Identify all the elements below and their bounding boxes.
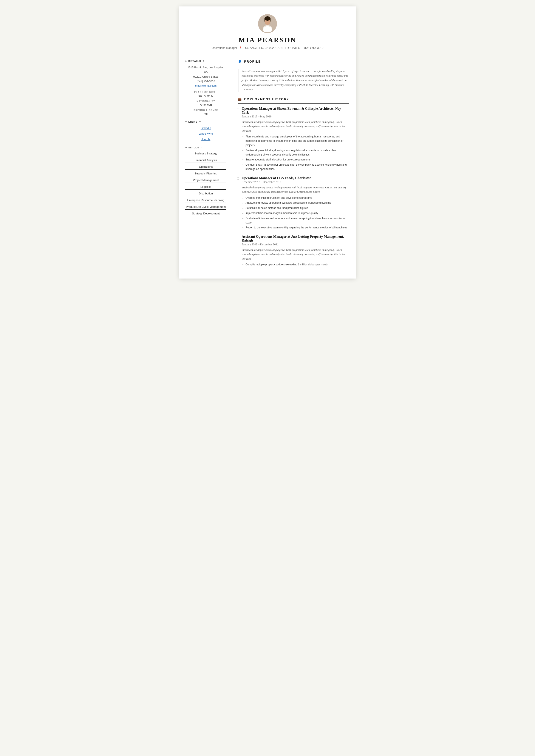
list-item: Compile multiple property budgets exceed… bbox=[245, 263, 349, 267]
job-summary: Introduced the Appreciation Languages at… bbox=[242, 248, 349, 261]
body: DETAILS 1515 Pacific Ave, Los Angeles, C… bbox=[179, 54, 356, 279]
skill-item: Strategy Development bbox=[185, 212, 226, 216]
nationality-label: NATIONALITY bbox=[185, 100, 226, 102]
job-bullets: Oversee franchise recruitment and develo… bbox=[242, 196, 349, 230]
job-bullets: Compile multiple property budgets exceed… bbox=[242, 263, 349, 267]
driving-license-label: DRIVING LICENSE bbox=[185, 109, 226, 111]
skill-item: Project Management bbox=[185, 178, 226, 183]
skill-item: Distribution bbox=[185, 192, 226, 196]
skill-item: Enterprise Resource Planning bbox=[185, 199, 226, 203]
skill-item: Logistics bbox=[185, 185, 226, 190]
employment-section-title: 💼 EMPLOYMENT HISTORY bbox=[238, 97, 349, 101]
address-line1: 1515 Pacific Ave, Los Angeles, CA bbox=[185, 66, 226, 75]
skill-item: Business Strategy bbox=[185, 152, 226, 156]
skills-dot-left bbox=[185, 147, 186, 148]
links-list: Linkedin Who's Who Joomla bbox=[185, 126, 226, 141]
employment-section: 💼 EMPLOYMENT HISTORY Operations Manager … bbox=[238, 97, 349, 267]
employment-icon: 💼 bbox=[238, 97, 242, 101]
nationality: American bbox=[185, 103, 226, 106]
skill-bar bbox=[185, 183, 226, 183]
job-dates: January 2009 – December 2011 bbox=[242, 243, 349, 246]
skills-section: SKILLS Business Strategy Financial Analy… bbox=[185, 146, 226, 216]
job-dates: December 2012 – December 2016 bbox=[242, 181, 349, 184]
job-summary: Established temporary service level agre… bbox=[242, 185, 349, 194]
skill-bar bbox=[185, 216, 226, 216]
job-title: Assistant Operations Manager at Just Let… bbox=[242, 235, 349, 242]
skill-bar bbox=[185, 169, 226, 170]
skill-item: Operations bbox=[185, 165, 226, 170]
job-title: Operations Manager at Sheen, Bowman & Gi… bbox=[242, 107, 349, 115]
job-bullets: Plan, coordinate and manage employees of… bbox=[242, 135, 349, 171]
list-item: Oversee franchise recruitment and develo… bbox=[245, 196, 349, 200]
details-dot-left bbox=[185, 61, 186, 62]
avatar-image bbox=[259, 15, 276, 32]
skill-bar bbox=[185, 163, 226, 163]
sidebar: DETAILS 1515 Pacific Ave, Los Angeles, C… bbox=[179, 54, 231, 279]
joomla-link[interactable]: Joomla bbox=[201, 138, 211, 141]
contact-info: 1515 Pacific Ave, Los Angeles, CA 90291,… bbox=[185, 66, 226, 88]
linkedin-link[interactable]: Linkedin bbox=[201, 126, 211, 130]
whos-who-link[interactable]: Who's Who bbox=[199, 132, 213, 135]
person-name: MIA PEARSON bbox=[188, 36, 347, 44]
resume-card: MIA PEARSON Operations Manager 📍 LOS ANG… bbox=[179, 7, 356, 279]
skill-item: Financial Analysis bbox=[185, 158, 226, 163]
job-item: Operations Manager at LGS Foods, Charles… bbox=[238, 176, 349, 230]
skill-bar bbox=[185, 189, 226, 190]
profile-text: Innovative operations manager with 12 ye… bbox=[238, 69, 349, 92]
job-dot bbox=[237, 108, 239, 110]
skill-bar bbox=[185, 156, 226, 156]
place-of-birth-label: PLACE OF BIRTH bbox=[185, 91, 226, 93]
header-divider: | bbox=[302, 46, 302, 49]
list-item: Joomla bbox=[185, 137, 226, 141]
list-item: Ensure adequate staff allocation for pro… bbox=[245, 158, 349, 162]
skill-bar bbox=[185, 176, 226, 176]
svg-rect-3 bbox=[265, 18, 265, 21]
profile-section-title: 👤 PROFILE bbox=[238, 60, 349, 63]
job-dates: January 2017 – May 2019 bbox=[242, 115, 349, 118]
list-item: Review all project drafts, drawings, and… bbox=[245, 148, 349, 157]
links-title: LINKS bbox=[185, 121, 226, 123]
skills-dot-right bbox=[201, 147, 202, 148]
location-icon: 📍 bbox=[239, 46, 242, 49]
location: LOS ANGELES, CA 90291, UNITED STATES bbox=[243, 46, 300, 49]
svg-rect-4 bbox=[270, 18, 270, 21]
header: MIA PEARSON Operations Manager 📍 LOS ANG… bbox=[179, 7, 356, 54]
links-section: LINKS Linkedin Who's Who Joomla bbox=[185, 121, 226, 141]
job-dot bbox=[237, 177, 239, 179]
avatar-container bbox=[188, 14, 347, 33]
list-item: Analyze and review operational workflow … bbox=[245, 201, 349, 205]
svg-point-2 bbox=[265, 16, 270, 21]
skill-bar bbox=[185, 209, 226, 210]
job-title: Operations Manager bbox=[211, 46, 237, 49]
list-item: Conduct SWOT analysis per project and fo… bbox=[245, 163, 349, 172]
profile-divider bbox=[238, 66, 349, 66]
job-dot bbox=[237, 236, 239, 238]
list-item: Who's Who bbox=[185, 132, 226, 136]
list-item: Evaluate efficiencies and introduce auto… bbox=[245, 216, 349, 225]
list-item: Linkedin bbox=[185, 126, 226, 130]
list-item: Scrutinize all sales metrics and food pr… bbox=[245, 206, 349, 210]
email-link[interactable]: email@email.com bbox=[195, 84, 217, 87]
driving-license: Full bbox=[185, 112, 226, 115]
skills-title: SKILLS bbox=[185, 146, 226, 149]
header-subtitle: Operations Manager 📍 LOS ANGELES, CA 902… bbox=[188, 46, 347, 49]
place-of-birth: San Antonio bbox=[185, 94, 226, 97]
skill-item: Product Life Cycle Management bbox=[185, 205, 226, 210]
details-dot-right bbox=[203, 61, 204, 62]
profile-icon: 👤 bbox=[238, 60, 242, 63]
job-summary: Introduced the Appreciation Languages at… bbox=[242, 120, 349, 133]
list-item: Implement time-motion analysis mechanism… bbox=[245, 211, 349, 216]
details-title: DETAILS bbox=[185, 60, 226, 62]
links-dot-right bbox=[199, 121, 201, 122]
profile-section: 👤 PROFILE Innovative operations manager … bbox=[238, 60, 349, 92]
main-content: 👤 PROFILE Innovative operations manager … bbox=[231, 54, 356, 279]
skill-bar bbox=[185, 202, 226, 203]
skill-item: Strategic Planning bbox=[185, 172, 226, 176]
job-item: Operations Manager at Sheen, Bowman & Gi… bbox=[238, 107, 349, 172]
employment-divider bbox=[238, 103, 349, 104]
skill-bar bbox=[185, 196, 226, 196]
details-section: DETAILS 1515 Pacific Ave, Los Angeles, C… bbox=[185, 60, 226, 115]
contact-phone: (541) 754-3010 bbox=[185, 79, 226, 84]
avatar bbox=[258, 14, 277, 33]
job-item: Assistant Operations Manager at Just Let… bbox=[238, 235, 349, 267]
